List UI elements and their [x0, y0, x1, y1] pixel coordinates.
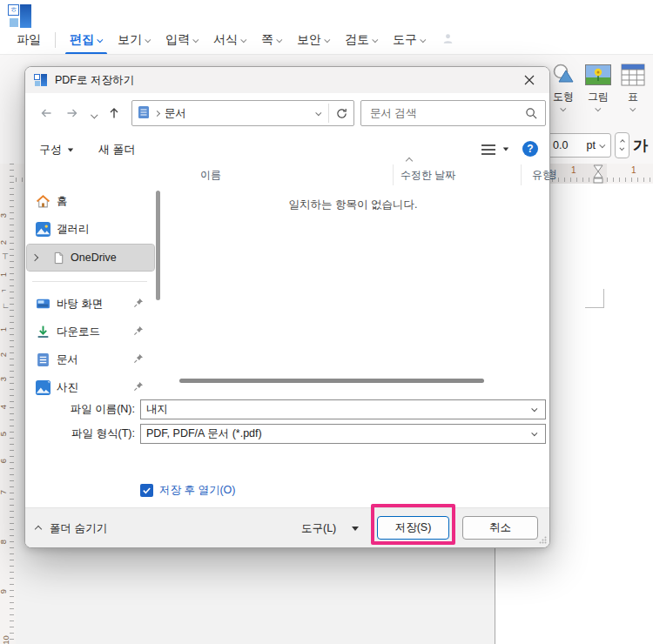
file-type-value: PDF, PDF/A 문서 (*.pdf) — [141, 426, 262, 441]
dialog-titlebar[interactable]: PDF로 저장하기 — [25, 67, 549, 93]
menu-tab-review[interactable]: 검토 — [344, 30, 379, 50]
gallery-icon — [36, 222, 50, 237]
ruler-indent-marker-icon[interactable] — [2, 285, 6, 294]
open-after-save-option[interactable]: 저장 후 열기(O) — [140, 483, 236, 498]
picture-icon — [585, 63, 611, 87]
organize-button[interactable]: 구성 — [39, 142, 74, 158]
file-name-row: 파일 이름(N): — [25, 399, 549, 419]
hide-folders-button[interactable]: 폴더 숨기기 — [36, 521, 107, 536]
ribbon-shapes-button[interactable]: 도형 — [549, 63, 578, 111]
chevron-down-icon — [619, 145, 624, 151]
menu-tab-tools[interactable]: 도구 — [392, 30, 427, 50]
column-header-name[interactable]: 이름 — [160, 164, 394, 185]
app-logo-glyph: ㅎ — [8, 4, 19, 16]
list-horizontal-scrollbar[interactable] — [179, 379, 484, 383]
search-input[interactable] — [361, 101, 545, 125]
close-icon[interactable] — [509, 67, 549, 93]
breadcrumb[interactable]: 문서 — [165, 106, 186, 121]
menu-file[interactable]: 파일 — [16, 30, 42, 50]
file-type-select[interactable]: PDF, PDF/A 문서 (*.pdf) — [140, 424, 546, 444]
dialog-toolbar: 구성 새 폴더 ? — [25, 137, 549, 163]
column-header-type[interactable]: 유형 — [522, 164, 550, 185]
dialog-title: PDF로 저장하기 — [55, 73, 134, 88]
chevron-down-icon — [560, 105, 566, 111]
desktop-icon — [36, 297, 50, 312]
pin-icon — [133, 353, 144, 366]
file-name-input[interactable] — [141, 400, 545, 419]
menu-tab-edit[interactable]: 편집 — [69, 30, 104, 50]
sidebar-item-documents[interactable]: 문서 — [27, 347, 154, 372]
sidebar-item-home[interactable]: 홈 — [27, 189, 154, 213]
dialog-footer: 폴더 숨기기 도구(L) 저장(S) 취소 — [25, 507, 549, 548]
resize-grip[interactable] — [539, 534, 547, 547]
sidebar-item-pictures[interactable]: 사진 — [27, 375, 154, 399]
up-icon[interactable] — [104, 103, 125, 124]
back-icon[interactable] — [36, 103, 57, 124]
vertical-ruler: 3 2 1 1 2 3 4 5 6 7 8 9 10 — [0, 164, 16, 644]
app-logo: ㅎ — [8, 4, 32, 29]
open-after-save-label: 저장 후 열기(O) — [159, 483, 236, 498]
pin-icon — [133, 381, 144, 394]
scrollbar-thumb[interactable] — [156, 191, 160, 300]
cancel-button[interactable]: 취소 — [462, 516, 538, 540]
column-header-modified[interactable]: 수정한 날짜 — [394, 164, 522, 185]
sidebar-scrollbar[interactable] — [156, 189, 160, 391]
chevron-down-icon — [531, 430, 537, 436]
expand-chevron-icon[interactable] — [31, 254, 38, 261]
chevron-down-icon — [240, 37, 246, 43]
save-button[interactable]: 저장(S) — [377, 516, 449, 540]
help-icon[interactable]: ? — [522, 141, 538, 157]
chevron-down-icon — [276, 37, 282, 43]
menu-tab-format[interactable]: 서식 — [212, 30, 247, 50]
home-icon — [36, 194, 50, 209]
menubar: 파일 편집 보기 입력 서식 쪽 보안 검토 도구 — [16, 28, 454, 52]
chevron-down-icon — [192, 37, 199, 43]
ribbon-table-button[interactable]: 표 — [618, 63, 648, 111]
font-size-field[interactable]: 0.0 pt — [542, 133, 611, 158]
ruler-margin-marker-icon[interactable] — [2, 301, 10, 310]
chevron-down-icon[interactable] — [315, 110, 321, 116]
menu-tab-view[interactable]: 보기 — [117, 30, 151, 50]
address-bar[interactable]: 문서 — [131, 100, 354, 126]
table-icon — [620, 63, 646, 87]
new-folder-button[interactable]: 새 폴더 — [98, 142, 136, 158]
ruler-margin-marker-icon[interactable] — [2, 252, 9, 261]
char-format-button[interactable]: 가 — [633, 136, 648, 156]
ribbon-picture-button[interactable]: 그림 — [583, 63, 613, 111]
chevron-right-icon — [154, 110, 160, 116]
chevron-down-icon — [324, 37, 330, 43]
menu-divider — [55, 32, 56, 48]
recent-locations-icon[interactable] — [84, 105, 105, 126]
chevron-down-icon — [145, 37, 151, 43]
onedrive-icon — [51, 251, 66, 265]
view-options-icon[interactable] — [481, 144, 495, 155]
view-dropdown-icon[interactable] — [503, 148, 508, 151]
sidebar-item-gallery[interactable]: 갤러리 — [27, 217, 154, 241]
sidebar-separator — [32, 281, 147, 282]
assistant-icon — [441, 32, 454, 48]
forward-icon[interactable] — [62, 103, 83, 124]
dropdown-arrow-icon — [352, 527, 359, 531]
font-size-value: 0.0 — [553, 139, 568, 151]
app-logo-tile — [20, 4, 31, 28]
refresh-icon[interactable] — [329, 101, 353, 125]
menu-tab-security[interactable]: 보안 — [296, 30, 331, 50]
folder-documents-icon — [138, 105, 150, 122]
file-type-row: 파일 형식(T): PDF, PDF/A 문서 (*.pdf) — [25, 424, 549, 444]
dialog-icon — [34, 73, 48, 87]
save-as-pdf-dialog: PDF로 저장하기 문서 — [24, 66, 550, 548]
sidebar-item-downloads[interactable]: 다운로드 — [27, 319, 154, 344]
font-size-stepper[interactable] — [615, 132, 629, 158]
menu-tab-page[interactable]: 쪽 — [260, 30, 283, 50]
sidebar-item-desktop[interactable]: 바탕 화면 — [27, 292, 154, 316]
pictures-icon — [36, 380, 50, 395]
text-area-corner-mark — [585, 289, 604, 308]
search-box — [360, 100, 546, 126]
menu-tab-input[interactable]: 입력 — [165, 30, 199, 50]
checkbox-checked-icon[interactable] — [140, 484, 153, 497]
chevron-down-icon — [595, 105, 601, 111]
file-type-label: 파일 형식(T): — [25, 426, 135, 441]
sidebar-item-onedrive[interactable]: OneDrive — [27, 245, 154, 271]
search-icon[interactable] — [525, 107, 538, 123]
tools-dropdown[interactable]: 도구(L) — [301, 521, 359, 536]
